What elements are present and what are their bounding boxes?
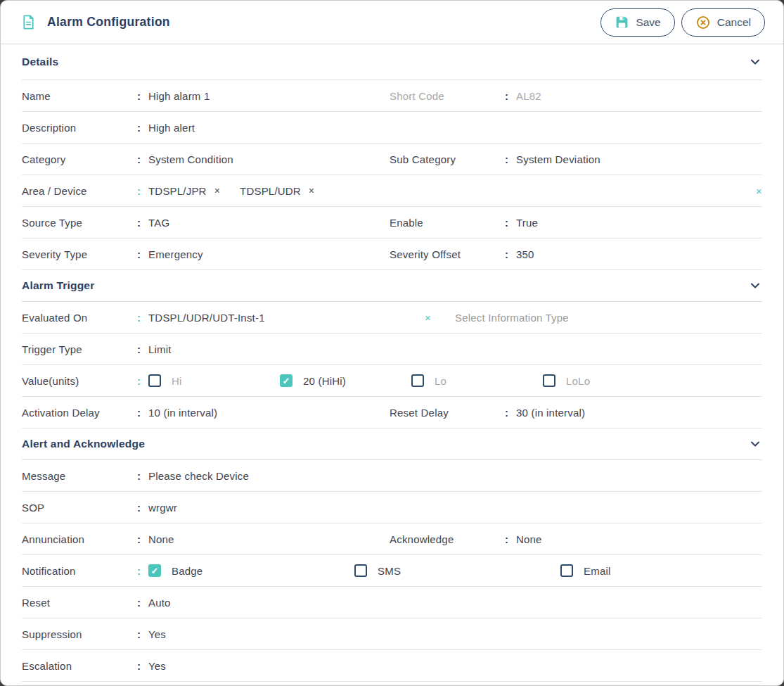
severity-offset-label: Severity Offset	[390, 248, 505, 260]
cancel-button[interactable]: Cancel	[681, 8, 765, 37]
email-checkbox-label: Email	[584, 565, 611, 577]
section-alert-ack-header: Alert and Acknowledge	[22, 428, 762, 460]
description-value[interactable]: High alert	[148, 122, 195, 134]
colon	[137, 533, 148, 545]
row-delays: Activation Delay 10 (in interval) Reset …	[22, 397, 762, 428]
trigger-type-label: Trigger Type	[22, 343, 137, 355]
colon	[137, 628, 148, 640]
checkbox-item-lolo: LoLo	[543, 374, 674, 387]
acknowledge-value[interactable]: None	[516, 533, 542, 545]
colon	[137, 597, 148, 609]
sop-value[interactable]: wrgwr	[148, 502, 177, 514]
hihi-checkbox[interactable]	[280, 374, 293, 387]
row-category: Category System Condition Sub Category S…	[22, 144, 762, 175]
severity-type-label: Severity Type	[22, 248, 137, 260]
email-checkbox[interactable]	[560, 564, 573, 577]
reset-value[interactable]: Auto	[148, 597, 171, 609]
chevron-down-icon[interactable]	[748, 437, 762, 451]
name-value[interactable]: High alarm 1	[148, 90, 210, 102]
colon	[137, 565, 148, 577]
section-alert-ack-title: Alert and Acknowledge	[22, 438, 145, 450]
row-area-device: Area / Device TDSPL/JPR TDSPL/UDR	[22, 175, 762, 207]
chevron-down-icon[interactable]	[748, 279, 762, 293]
activation-delay-label: Activation Delay	[22, 407, 137, 419]
checkbox-item-badge: Badge	[148, 564, 354, 577]
header-bar: Alarm Configuration Save	[1, 1, 783, 44]
message-value[interactable]: Please check Device	[148, 470, 249, 482]
lo-checkbox[interactable]	[411, 374, 424, 387]
row-sop: SOP wrgwr	[22, 492, 762, 523]
hihi-checkbox-label: 20 (HiHi)	[303, 375, 346, 387]
sms-checkbox[interactable]	[354, 564, 367, 577]
colon	[505, 90, 516, 102]
row-trigger-type: Trigger Type Limit	[22, 334, 762, 365]
escalation-label: Escalation	[22, 660, 137, 672]
row-reset: Reset Auto	[22, 587, 762, 618]
section-details-title: Details	[22, 56, 58, 68]
severity-offset-value[interactable]: 350	[516, 248, 534, 260]
information-type-select[interactable]: Select Information Type	[455, 312, 569, 324]
lo-checkbox-label: Lo	[435, 375, 446, 387]
short-code-label: Short Code	[390, 90, 505, 102]
notification-label: Notification	[22, 565, 137, 577]
tag-label: TDSPL/UDR	[240, 185, 301, 197]
row-severity: Severity Type Emergency Severity Offset …	[22, 239, 762, 270]
chevron-down-icon[interactable]	[748, 55, 762, 69]
row-value-units: Value(units) Hi 20 (HiHi) Lo LoLo	[22, 365, 762, 397]
tag-item: TDSPL/UDR	[240, 185, 314, 197]
colon	[137, 407, 148, 419]
hi-checkbox[interactable]	[148, 374, 161, 387]
enable-value[interactable]: True	[516, 217, 538, 229]
remove-tag-icon[interactable]	[214, 185, 220, 196]
save-icon	[615, 15, 629, 30]
colon	[137, 660, 148, 672]
severity-type-value[interactable]: Emergency	[148, 248, 203, 260]
section-alarm-trigger-header: Alarm Trigger	[22, 270, 762, 302]
colon	[505, 248, 516, 260]
evaluated-on-value[interactable]: TDSPL/UDR/UDT-Inst-1	[148, 312, 425, 324]
sub-category-value[interactable]: System Deviation	[516, 153, 600, 165]
reset-delay-value[interactable]: 30 (in interval)	[516, 407, 585, 419]
trigger-type-value[interactable]: Limit	[148, 343, 172, 355]
area-device-tags[interactable]: TDSPL/JPR TDSPL/UDR	[148, 185, 762, 197]
colon	[137, 185, 148, 197]
colon	[137, 312, 148, 324]
checkbox-item-hi: Hi	[148, 374, 280, 387]
colon	[137, 375, 148, 387]
colon	[505, 153, 516, 165]
lolo-checkbox-label: LoLo	[566, 375, 590, 387]
cancel-icon	[695, 15, 711, 30]
category-value[interactable]: System Condition	[148, 153, 233, 165]
remove-tag-icon[interactable]	[309, 185, 314, 196]
colon	[505, 533, 516, 545]
checkbox-item-sms: SMS	[354, 564, 560, 577]
clear-all-icon[interactable]	[756, 185, 762, 197]
colon	[137, 470, 148, 482]
tag-item: TDSPL/JPR	[148, 185, 220, 197]
escalation-value[interactable]: Yes	[148, 660, 166, 672]
row-annunciation: Annunciation None Acknowledge None	[22, 523, 762, 555]
source-type-value[interactable]: TAG	[148, 217, 169, 229]
row-evaluated-on: Evaluated On TDSPL/UDR/UDT-Inst-1 Select…	[22, 302, 762, 334]
save-button[interactable]: Save	[600, 8, 674, 37]
colon	[505, 217, 516, 229]
colon	[137, 248, 148, 260]
page-title: Alarm Configuration	[47, 15, 170, 30]
lolo-checkbox[interactable]	[543, 374, 555, 387]
row-suppression: Suppression Yes	[22, 618, 762, 650]
save-button-label: Save	[636, 16, 660, 29]
annunciation-value[interactable]: None	[148, 533, 174, 545]
clear-evaluated-on-icon[interactable]	[425, 312, 431, 324]
suppression-value[interactable]: Yes	[148, 628, 166, 640]
row-escalation: Escalation Yes	[22, 650, 762, 682]
colon	[137, 90, 148, 102]
tag-label: TDSPL/JPR	[148, 185, 207, 197]
message-label: Message	[22, 470, 137, 482]
row-message: Message Please check Device	[22, 460, 762, 492]
badge-checkbox[interactable]	[148, 564, 161, 577]
colon	[137, 343, 148, 355]
activation-delay-value[interactable]: 10 (in interval)	[148, 407, 217, 419]
source-type-label: Source Type	[22, 217, 137, 229]
area-device-label: Area / Device	[22, 185, 137, 197]
section-alarm-trigger-title: Alarm Trigger	[22, 279, 94, 292]
